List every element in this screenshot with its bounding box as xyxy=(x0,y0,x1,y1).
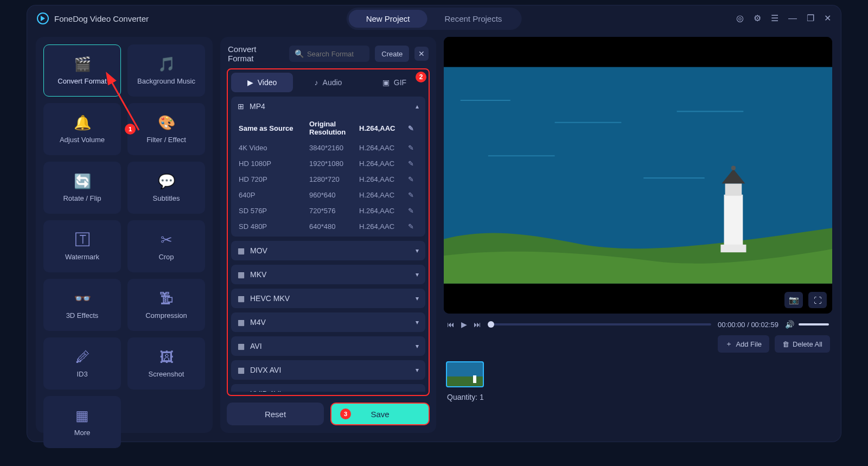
preset-res: 960*640 xyxy=(309,191,359,199)
format-group-header[interactable]: ▦MKV▾ xyxy=(231,265,425,284)
preset-res: 1920*1080 xyxy=(309,159,359,168)
chevron-up-icon: ▴ xyxy=(416,103,419,110)
edit-preset-icon[interactable]: ✎ xyxy=(408,124,418,132)
annotation-badge-2: 2 xyxy=(416,72,426,82)
tab-video-label: Video xyxy=(258,78,277,87)
fullscreen-icon[interactable]: ⛶ xyxy=(808,292,827,308)
chevron-down-icon: ▾ xyxy=(416,390,419,392)
search-format[interactable]: 🔍 xyxy=(289,46,369,62)
watermark-icon: 🅃 xyxy=(75,232,90,248)
format-group-mkv: ▦MKV▾ xyxy=(231,265,425,284)
format-group-header[interactable]: ▦AVI▾ xyxy=(231,336,425,356)
clip-thumbnail[interactable] xyxy=(446,361,484,387)
format-list[interactable]: ⊞ MP4 ▴ Same as SourceOriginal Resolutio… xyxy=(231,97,425,392)
search-icon: 🔍 xyxy=(295,49,304,58)
tool-label: Adjust Volume xyxy=(60,136,105,144)
preset-row[interactable]: SD 576P720*576H.264,AAC✎ xyxy=(233,203,423,219)
tool-compression[interactable]: 🗜Compression xyxy=(127,279,205,331)
edit-preset-icon[interactable]: ✎ xyxy=(408,191,418,199)
format-group-mp4: ⊞ MP4 ▴ Same as SourceOriginal Resolutio… xyxy=(231,97,425,237)
tool-watermark[interactable]: 🅃Watermark xyxy=(43,220,121,272)
tool-label: Watermark xyxy=(65,253,99,261)
3d-effects-icon: 👓 xyxy=(74,290,91,307)
preset-row[interactable]: SD 480P640*480H.264,AAC✎ xyxy=(233,219,423,234)
preset-codec: H.264,AAC xyxy=(359,144,408,152)
edit-preset-icon[interactable]: ✎ xyxy=(408,159,418,168)
format-group-label: DIVX AVI xyxy=(250,366,281,374)
preset-name: SD 480P xyxy=(239,222,309,231)
annotation-badge-1: 1 xyxy=(125,124,136,135)
tab-new-project[interactable]: New Project xyxy=(349,10,427,28)
volume-icon[interactable]: 🔊 xyxy=(785,320,794,329)
format-group-mov: ▦MOV▾ xyxy=(231,241,425,260)
crop-icon: ✂ xyxy=(161,232,173,248)
format-group-header[interactable]: ▦MOV▾ xyxy=(231,241,425,260)
edit-preset-icon[interactable]: ✎ xyxy=(408,222,418,231)
format-group-header[interactable]: ▦DIVX AVI▾ xyxy=(231,360,425,380)
filter-effect-icon: 🎨 xyxy=(158,114,175,131)
time-display: 00:00:00 / 00:02:59 xyxy=(718,321,778,329)
preset-row[interactable]: 4K Video3840*2160H.264,AAC✎ xyxy=(233,140,423,156)
tab-audio[interactable]: ♪ Audio xyxy=(297,73,359,92)
account-icon[interactable]: ◎ xyxy=(736,14,744,23)
tool-filter-effect[interactable]: 🎨Filter / Effect xyxy=(127,103,205,155)
tool-convert-format[interactable]: 🎬Convert Format xyxy=(43,44,121,97)
tool-label: 3D Effects xyxy=(66,311,99,320)
preset-row[interactable]: 640P960*640H.264,AAC✎ xyxy=(233,187,423,203)
snapshot-icon[interactable]: 📷 xyxy=(784,292,803,308)
id3-icon: 🖉 xyxy=(75,349,90,366)
format-group-m4v: ▦M4V▾ xyxy=(231,312,425,332)
delete-all-button[interactable]: 🗑 Delete All xyxy=(775,335,830,353)
video-preview[interactable]: 📷 ⛶ xyxy=(444,37,832,314)
edit-preset-icon[interactable]: ✎ xyxy=(408,175,418,183)
reset-button[interactable]: Reset xyxy=(227,403,324,425)
tool-more[interactable]: ▦More xyxy=(43,396,121,448)
search-format-input[interactable] xyxy=(307,50,364,58)
format-group-header[interactable]: ▦HEVC MKV▾ xyxy=(231,289,425,308)
add-file-button[interactable]: ＋ Add File xyxy=(718,335,769,353)
tool-crop[interactable]: ✂Crop xyxy=(127,220,205,272)
tool-background-music[interactable]: 🎵Background Music xyxy=(127,44,205,97)
edit-preset-icon[interactable]: ✎ xyxy=(408,144,418,152)
preset-res: 3840*2160 xyxy=(309,144,359,152)
menu-icon[interactable]: ☰ xyxy=(771,14,778,23)
app-logo-icon xyxy=(37,12,49,24)
preset-row[interactable]: HD 720P1280*720H.264,AAC✎ xyxy=(233,171,423,187)
format-type-tabs: ▶ Video ♪ Audio ▣ GIF 2 xyxy=(231,73,425,92)
preset-codec: H.264,AAC xyxy=(359,124,408,132)
settings-icon[interactable]: ⚙ xyxy=(754,14,761,23)
tool-adjust-volume[interactable]: 🔔Adjust Volume xyxy=(43,103,121,155)
tool-label: ID3 xyxy=(76,370,87,378)
screenshot-icon: 🖼 xyxy=(159,349,174,366)
gif-icon: ▣ xyxy=(382,78,390,87)
close-window-icon[interactable]: ✕ xyxy=(824,14,831,23)
save-button[interactable]: 3 Save xyxy=(330,403,430,425)
play-icon[interactable]: ▶ xyxy=(461,320,467,329)
format-group-mp4-header[interactable]: ⊞ MP4 ▴ xyxy=(231,97,425,116)
tool-3d-effects[interactable]: 👓3D Effects xyxy=(43,279,121,331)
minimize-icon[interactable]: — xyxy=(788,14,797,23)
volume-slider[interactable] xyxy=(799,323,829,325)
preset-row[interactable]: Same as SourceOriginal ResolutionH.264,A… xyxy=(233,116,423,140)
edit-preset-icon[interactable]: ✎ xyxy=(408,207,418,215)
format-group-header[interactable]: ▦M4V▾ xyxy=(231,312,425,332)
next-icon[interactable]: ⏭ xyxy=(474,320,481,329)
quantity-label: Quantity: 1 xyxy=(444,393,832,401)
format-group-header[interactable]: ▦XVID AVI▾ xyxy=(231,384,425,392)
create-button[interactable]: Create xyxy=(375,46,409,62)
tab-recent-projects[interactable]: Recent Projects xyxy=(427,10,519,28)
preset-row[interactable]: HD 1080P1920*1080H.264,AAC✎ xyxy=(233,156,423,171)
panel-close-icon[interactable]: ✕ xyxy=(414,47,429,61)
tool-id3[interactable]: 🖉ID3 xyxy=(43,337,121,390)
tool-screenshot[interactable]: 🖼Screenshot xyxy=(127,337,205,390)
prev-icon[interactable]: ⏮ xyxy=(447,320,455,329)
seek-slider[interactable] xyxy=(488,323,711,325)
chevron-down-icon: ▾ xyxy=(416,366,419,374)
tool-subtitles[interactable]: 💬Subtitles xyxy=(127,162,205,214)
tool-rotate-flip[interactable]: 🔄Rotate / Flip xyxy=(43,162,121,214)
titlebar: FoneDog Video Converter New Project Rece… xyxy=(27,5,841,31)
file-action-bar: ＋ Add File 🗑 Delete All xyxy=(444,335,832,353)
maximize-icon[interactable]: ❐ xyxy=(807,14,814,23)
tab-video[interactable]: ▶ Video xyxy=(231,73,293,92)
tab-gif[interactable]: ▣ GIF 2 xyxy=(363,73,425,92)
